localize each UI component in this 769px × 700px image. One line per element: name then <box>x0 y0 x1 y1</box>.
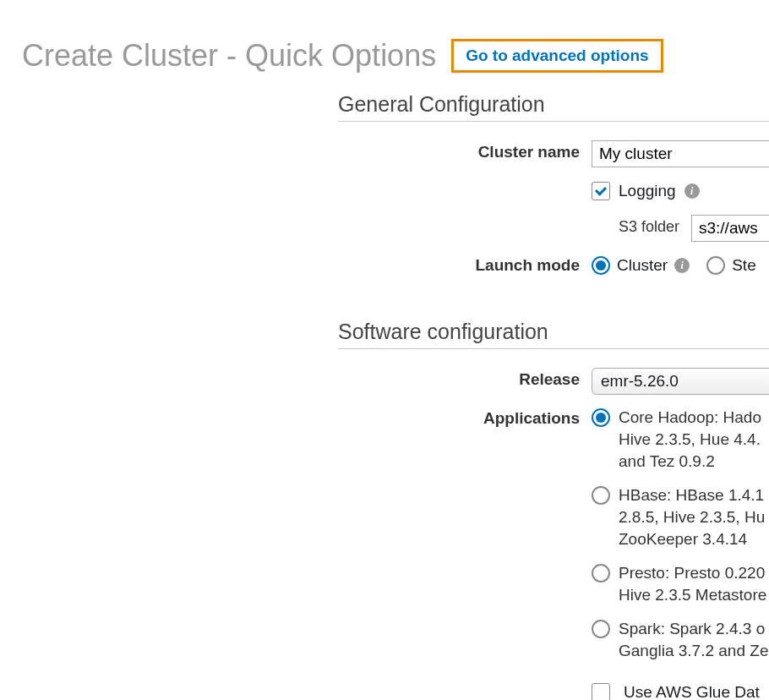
app-presto-radio[interactable] <box>592 564 610 582</box>
glue-label: Use AWS Glue Dat <box>624 681 760 700</box>
app-core-hadoop-radio[interactable] <box>592 408 610 427</box>
general-config-heading: General Configuration <box>338 92 769 122</box>
launch-mode-cluster-radio[interactable] <box>592 256 610 275</box>
launch-mode-label: Launch mode <box>338 254 592 277</box>
app-spark-radio[interactable] <box>592 620 610 638</box>
launch-mode-cluster-text: Cluster <box>617 254 668 277</box>
cluster-name-label: Cluster name <box>338 140 592 167</box>
applications-label: Applications <box>338 407 592 430</box>
app-hbase-radio[interactable] <box>592 486 610 505</box>
info-icon[interactable]: i <box>674 258 690 273</box>
info-icon[interactable]: i <box>684 183 700 199</box>
glue-checkbox[interactable] <box>592 683 610 700</box>
s3-folder-label: S3 folder <box>338 215 691 242</box>
page-title: Create Cluster - Quick Options <box>22 38 436 74</box>
app-core-hadoop-text: Core Hadoop: Hado Hive 2.3.5, Hue 4.4. a… <box>619 407 769 473</box>
release-select[interactable]: emr-5.26.0 <box>592 368 769 395</box>
logging-checkbox[interactable] <box>592 182 610 200</box>
logging-label: Logging <box>619 179 676 203</box>
spacer-label <box>338 179 592 203</box>
app-spark-text: Spark: Spark 2.4.3 o Ganglia 3.7.2 and Z… <box>619 618 769 662</box>
cluster-name-input[interactable] <box>592 140 769 167</box>
release-label: Release <box>338 368 592 395</box>
launch-mode-step-radio[interactable] <box>706 256 725 275</box>
launch-mode-step-text: Ste <box>732 254 756 277</box>
s3-folder-input[interactable] <box>691 215 769 242</box>
software-config-heading: Software configuration <box>338 320 769 349</box>
advanced-options-link[interactable]: Go to advanced options <box>451 39 663 73</box>
app-presto-text: Presto: Presto 0.220 Hive 2.3.5 Metastor… <box>619 562 769 606</box>
app-hbase-text: HBase: HBase 1.4.1 2.8.5, Hive 2.3.5, Hu… <box>619 484 769 550</box>
